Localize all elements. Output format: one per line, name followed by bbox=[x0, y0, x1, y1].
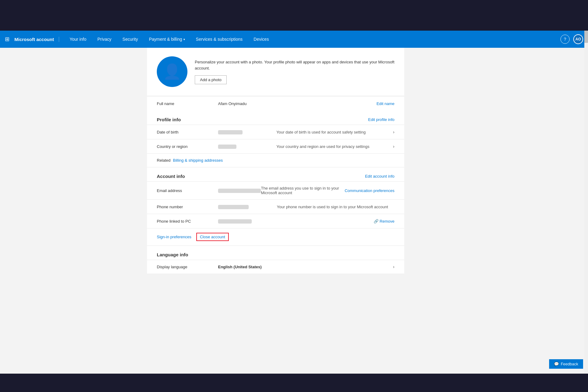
full-name-row: Full name Afam Onyimadu Edit name bbox=[147, 96, 404, 111]
phone-linked-pc-label: Phone linked to PC bbox=[157, 219, 218, 224]
account-info-header: Account info Edit account info bbox=[147, 168, 404, 181]
country-region-row[interactable]: Country or region Your country and regio… bbox=[147, 139, 404, 153]
date-of-birth-value-blurred bbox=[218, 130, 243, 134]
full-name-value: Afam Onyimadu bbox=[218, 101, 376, 106]
edit-account-info-link[interactable]: Edit account info bbox=[365, 174, 394, 179]
remove-icon: 🔗 bbox=[374, 219, 379, 224]
feedback-button[interactable]: 💬 Feedback bbox=[549, 359, 583, 369]
phone-number-description: Your phone number is used to sign in to … bbox=[277, 205, 394, 209]
edit-profile-info-link[interactable]: Edit profile info bbox=[368, 117, 394, 122]
communication-preferences-link[interactable]: Communication preferences bbox=[345, 188, 394, 193]
close-account-link[interactable]: Close account bbox=[196, 233, 229, 241]
person-icon: 👤 bbox=[163, 63, 181, 80]
top-bar bbox=[0, 0, 588, 31]
add-photo-button[interactable]: Add a photo bbox=[195, 75, 227, 84]
country-region-label: Country or region bbox=[157, 144, 218, 149]
nav-link-your-info[interactable]: Your info bbox=[64, 31, 92, 48]
payment-billing-dropdown-icon: ▾ bbox=[183, 38, 185, 41]
nav-bar: ⊞ Microsoft account Your info Privacy Se… bbox=[0, 31, 588, 48]
date-of-birth-description: Your date of birth is used for account s… bbox=[276, 130, 393, 134]
language-info-title: Language info bbox=[157, 252, 188, 257]
display-language-value: English (United States) bbox=[218, 265, 393, 269]
email-address-value-blurred bbox=[218, 189, 261, 193]
profile-info-header: Profile info Edit profile info bbox=[147, 111, 404, 125]
phone-number-value-blurred bbox=[218, 205, 249, 209]
photo-text-area: Personalize your account with a photo. Y… bbox=[195, 59, 394, 84]
remove-button[interactable]: 🔗 Remove bbox=[374, 219, 394, 224]
profile-info-title: Profile info bbox=[157, 117, 181, 122]
edit-name-link[interactable]: Edit name bbox=[376, 101, 394, 106]
phone-number-label: Phone number bbox=[157, 205, 218, 209]
related-label: Related bbox=[157, 158, 171, 163]
phone-linked-pc-row: Phone linked to PC 🔗 Remove bbox=[147, 214, 404, 228]
nav-link-devices[interactable]: Devices bbox=[248, 31, 274, 48]
account-links-row: Sign-in preferences Close account bbox=[147, 228, 404, 245]
nav-brand: Microsoft account bbox=[14, 37, 59, 42]
email-address-label: Email address bbox=[157, 188, 218, 193]
date-of-birth-label: Date of birth bbox=[157, 130, 218, 134]
nav-links: Your info Privacy Security Payment & bil… bbox=[64, 31, 560, 48]
full-name-label: Full name bbox=[157, 101, 218, 106]
scrollbar[interactable] bbox=[584, 31, 588, 374]
nav-link-services-subscriptions[interactable]: Services & subscriptions bbox=[190, 31, 248, 48]
scrollbar-thumb[interactable] bbox=[584, 31, 588, 43]
account-info-title: Account info bbox=[157, 174, 185, 179]
display-language-label: Display language bbox=[157, 265, 218, 269]
bottom-bar bbox=[0, 374, 588, 392]
feedback-icon: 💬 bbox=[554, 362, 559, 366]
display-language-row[interactable]: Display language English (United States)… bbox=[147, 260, 404, 273]
country-region-value-blurred bbox=[218, 145, 236, 149]
grid-icon[interactable]: ⊞ bbox=[5, 36, 9, 43]
main-content: 👤 Personalize your account with a photo.… bbox=[0, 48, 588, 374]
content-area: 👤 Personalize your account with a photo.… bbox=[147, 48, 404, 273]
email-address-description: The email address you use to sign in to … bbox=[261, 186, 341, 195]
help-button[interactable]: ? bbox=[560, 35, 570, 44]
photo-section: 👤 Personalize your account with a photo.… bbox=[147, 48, 404, 96]
language-info-section: Language info Display language English (… bbox=[147, 246, 404, 273]
nav-link-payment-billing[interactable]: Payment & billing ▾ bbox=[143, 31, 190, 48]
country-region-chevron-icon: › bbox=[393, 144, 394, 149]
photo-description: Personalize your account with a photo. Y… bbox=[195, 59, 394, 71]
billing-shipping-link[interactable]: Billing & shipping addresses bbox=[173, 158, 223, 163]
profile-info-section: Profile info Edit profile info Date of b… bbox=[147, 111, 404, 167]
country-region-description: Your country and region are used for pri… bbox=[276, 144, 393, 149]
phone-number-row: Phone number Your phone number is used t… bbox=[147, 199, 404, 214]
email-address-row: Email address The email address you use … bbox=[147, 181, 404, 199]
display-language-chevron-icon: › bbox=[393, 264, 394, 269]
phone-linked-pc-value-blurred bbox=[218, 219, 252, 224]
date-of-birth-chevron-icon: › bbox=[393, 130, 394, 134]
date-of-birth-row[interactable]: Date of birth Your date of birth is used… bbox=[147, 125, 404, 139]
nav-link-privacy[interactable]: Privacy bbox=[92, 31, 117, 48]
nav-link-security[interactable]: Security bbox=[117, 31, 144, 48]
avatar-circle: 👤 bbox=[157, 56, 187, 87]
language-info-header: Language info bbox=[147, 246, 404, 260]
sign-in-preferences-link[interactable]: Sign-in preferences bbox=[157, 235, 191, 239]
account-info-section: Account info Edit account info Email add… bbox=[147, 168, 404, 245]
nav-right: ? AO bbox=[560, 34, 583, 44]
user-avatar[interactable]: AO bbox=[573, 34, 583, 44]
related-row: Related Billing & shipping addresses bbox=[147, 153, 404, 167]
